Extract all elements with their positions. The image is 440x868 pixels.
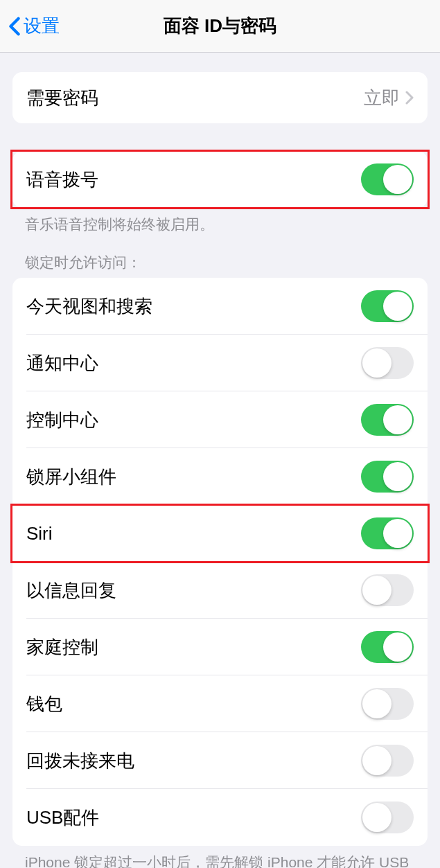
locked-access-label: 以信息回复	[26, 578, 116, 603]
locked-access-header: 锁定时允许访问：	[25, 253, 415, 272]
locked-access-toggle[interactable]	[361, 801, 414, 833]
locked-access-row: 回拨未接来电	[12, 732, 428, 789]
back-button[interactable]: 设置	[8, 14, 60, 38]
locked-access-label: 今天视图和搜索	[26, 294, 152, 319]
locked-access-label: 锁屏小组件	[26, 465, 116, 489]
locked-access-toggle[interactable]	[361, 631, 414, 663]
password-group: 需要密码 立即	[12, 72, 428, 123]
page-title: 面容 ID与密码	[164, 14, 276, 38]
locked-access-row: 通知中心	[12, 335, 428, 391]
locked-access-row: 锁屏小组件	[12, 448, 428, 505]
locked-access-label: 通知中心	[26, 351, 98, 375]
locked-access-row: Siri	[12, 505, 428, 562]
locked-access-toggle[interactable]	[361, 745, 414, 777]
locked-access-row: 今天视图和搜索	[12, 278, 428, 335]
locked-access-row: 以信息回复	[12, 562, 428, 619]
locked-access-label: 控制中心	[26, 408, 98, 432]
locked-access-toggle[interactable]	[361, 574, 414, 606]
locked-access-toggle[interactable]	[361, 347, 414, 379]
locked-access-footer: iPhone 锁定超过一小时后，需先解锁 iPhone 才能允许 USB 配件连…	[25, 853, 415, 868]
voice-dial-label: 语音拨号	[26, 168, 98, 192]
locked-access-toggle[interactable]	[361, 461, 414, 493]
locked-access-row: 钱包	[12, 675, 428, 732]
voice-dial-toggle[interactable]	[361, 163, 414, 195]
require-password-value: 立即	[364, 86, 400, 110]
back-label: 设置	[24, 14, 60, 38]
voice-dial-row: 语音拨号	[12, 151, 428, 208]
chevron-right-icon	[405, 91, 414, 105]
locked-access-row: USB配件	[12, 789, 428, 846]
chevron-left-icon	[8, 17, 21, 36]
require-password-label: 需要密码	[26, 86, 98, 110]
locked-access-row: 控制中心	[12, 391, 428, 448]
locked-access-toggle[interactable]	[361, 517, 414, 549]
locked-access-row: 家庭控制	[12, 619, 428, 675]
locked-access-label: 钱包	[26, 692, 62, 716]
voice-dial-footer: 音乐语音控制将始终被启用。	[25, 215, 415, 233]
locked-access-label: 家庭控制	[26, 635, 98, 659]
require-password-row[interactable]: 需要密码 立即	[12, 72, 428, 123]
locked-access-toggle[interactable]	[361, 404, 414, 436]
voice-dial-group: 语音拨号	[12, 151, 428, 208]
locked-access-group: 今天视图和搜索通知中心控制中心锁屏小组件Siri以信息回复家庭控制钱包回拨未接来…	[12, 278, 428, 846]
locked-access-label: Siri	[26, 523, 53, 544]
locked-access-toggle[interactable]	[361, 290, 414, 322]
locked-access-label: 回拨未接来电	[26, 749, 134, 773]
navigation-header: 设置 面容 ID与密码	[0, 0, 440, 53]
locked-access-toggle[interactable]	[361, 688, 414, 720]
locked-access-label: USB配件	[26, 806, 99, 830]
